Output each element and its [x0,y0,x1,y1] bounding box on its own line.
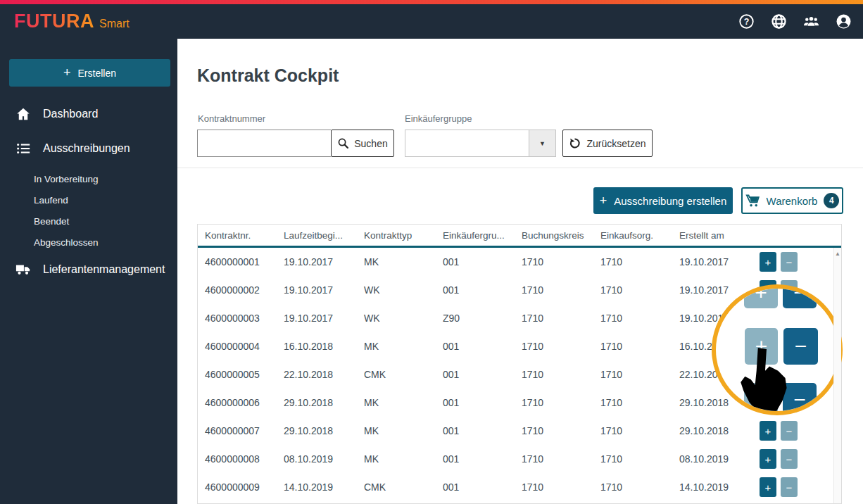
logo-primary: FUTURA [14,11,94,32]
cell-einkaeufergruppe: 001 [443,481,522,493]
sidebar-item-ausschreibungen[interactable]: Ausschreibungen [0,139,177,158]
row-remove-button[interactable]: − [781,421,798,441]
cell-einkaeufergruppe: 001 [443,284,522,296]
plus-icon: + [63,65,71,80]
section-divider [177,168,863,168]
table-scrollbar[interactable]: ▲ [833,248,841,503]
cell-buchungskreis: 1710 [522,313,600,324]
cell-buchungskreis: 1710 [522,284,600,296]
cart-count-badge: 4 [824,193,839,208]
row-add-button[interactable]: + [760,477,776,497]
row-add-button[interactable]: + [760,252,776,272]
cell-einkaufsorg: 1710 [600,341,679,352]
cell-kontrakttyp: WK [364,284,443,296]
cell-kontraktnr: 4600000004 [205,341,284,352]
cell-buchungskreis: 1710 [522,369,600,380]
sidebar-subitem-abgeschlossen[interactable]: Abgeschlossen [0,232,177,253]
cell-einkaufsorg: 1710 [600,369,679,380]
kontraktnummer-input[interactable] [197,130,331,157]
cell-erstellt-am: 19.10.2017 [679,256,760,267]
cell-einkaufsorg: 1710 [600,453,679,465]
cell-einkaeufergruppe: 001 [443,397,522,408]
cell-laufzeitbeginn: 29.10.2018 [284,425,364,436]
cart-icon [745,194,760,208]
column-header: Einkaufsorg. [600,230,679,241]
ausschreibung-erstellen-button[interactable]: + Ausschreibung erstellen [593,187,733,214]
cell-buchungskreis: 1710 [522,453,600,465]
column-header: Einkäufergru... [443,230,522,241]
cell-einkaeufergruppe: 001 [443,425,522,436]
sidebar-subitem-in-vorbereitung[interactable]: In Vorbereitung [0,168,177,189]
table-header: Kontraktnr. Laufzeitbegi... Kontrakttyp … [198,225,841,248]
chevron-down-icon[interactable]: ▼ [529,130,555,156]
sidebar-subitem-beendet[interactable]: Beendet [0,210,177,232]
sidebar-item-label: Ausschreibungen [43,142,130,155]
row-add-button[interactable]: + [760,449,776,469]
cell-kontrakttyp: CMK [364,481,443,493]
sidebar-subitem-laufend[interactable]: Laufend [0,189,177,210]
home-icon [15,106,31,122]
app-logo: FUTURA Smart [14,11,130,32]
cell-einkaufsorg: 1710 [600,481,679,493]
cell-kontraktnr: 4600000001 [205,256,284,267]
row-remove-button[interactable]: − [781,449,798,469]
cell-einkaufsorg: 1710 [600,425,679,436]
language-globe-icon[interactable] [771,13,787,30]
cell-buchungskreis: 1710 [522,397,600,408]
main-content: Kontrakt Cockpit Kontraktnummer Suchen E… [177,39,863,504]
sidebar-item-label: Lieferantenmanagement [43,263,165,276]
scroll-up-icon[interactable]: ▲ [834,251,841,257]
cell-buchungskreis: 1710 [522,481,600,493]
create-button-label: Erstellen [78,68,116,79]
topbar: FUTURA Smart ? [0,4,863,39]
cell-kontrakttyp: MK [364,341,443,352]
logo-secondary: Smart [99,18,130,30]
sidebar-item-lieferantenmanagement[interactable]: Lieferantenmanagement [0,260,177,279]
cell-einkaeufergruppe: Z90 [443,313,522,324]
cell-kontrakttyp: WK [364,313,443,324]
truck-icon [15,262,31,277]
cell-kontraktnr: 4600000007 [205,425,284,436]
topbar-icons: ? [738,13,852,30]
zuruecksetzen-button[interactable]: Zurücksetzen [562,130,653,157]
cell-kontrakttyp: MK [364,425,443,436]
sidebar-sublist: In Vorbereitung Laufend Beendet Abgeschl… [0,168,177,253]
ausschreibung-erstellen-label: Ausschreibung erstellen [614,195,726,207]
help-icon[interactable]: ? [738,13,755,30]
warenkorb-button[interactable]: Warenkorb 4 [741,187,843,214]
zuruecksetzen-button-label: Zurücksetzen [586,138,645,149]
search-icon [337,137,349,149]
cell-laufzeitbeginn: 19.10.2017 [284,313,364,324]
cell-kontrakttyp: MK [364,453,443,465]
cell-erstellt-am: 14.10.2019 [679,481,760,493]
svg-text:?: ? [744,17,750,27]
user-group-icon[interactable] [803,13,819,30]
account-icon[interactable] [836,13,852,30]
cell-laufzeitbeginn: 16.10.2018 [284,341,364,352]
cell-einkaufsorg: 1710 [600,256,679,267]
cell-laufzeitbeginn: 08.10.2019 [284,453,364,465]
row-remove-button[interactable]: − [781,477,798,497]
cell-einkaeufergruppe: 001 [443,453,522,465]
sidebar: + Erstellen Dashboard Ausschreibungen In… [0,39,177,504]
sidebar-item-label: Dashboard [43,108,98,120]
row-remove-button[interactable]: − [781,252,798,272]
sidebar-item-dashboard[interactable]: Dashboard [0,104,177,124]
row-actions: + − [760,252,798,272]
warenkorb-label: Warenkorb [767,195,818,207]
einkaeufergruppe-select[interactable]: ▼ [405,130,556,157]
row-add-button[interactable]: + [760,421,776,441]
cell-kontrakttyp: MK [364,397,443,408]
einkaeufergruppe-selected-value [405,130,529,156]
cell-kontrakttyp: CMK [364,369,443,380]
cell-buchungskreis: 1710 [522,425,600,436]
cell-einkaufsorg: 1710 [600,284,679,296]
table-row: 4600000001 19.10.2017 MK 001 1710 1710 1… [198,248,841,276]
suchen-button[interactable]: Suchen [331,130,394,157]
cell-kontraktnr: 4600000003 [205,313,284,324]
cell-kontraktnr: 4600000006 [205,397,284,408]
column-header: Erstellt am [679,230,760,241]
einkaeufergruppe-label: Einkäufergruppe [405,113,472,124]
list-icon [15,141,31,156]
create-button[interactable]: + Erstellen [9,59,170,87]
